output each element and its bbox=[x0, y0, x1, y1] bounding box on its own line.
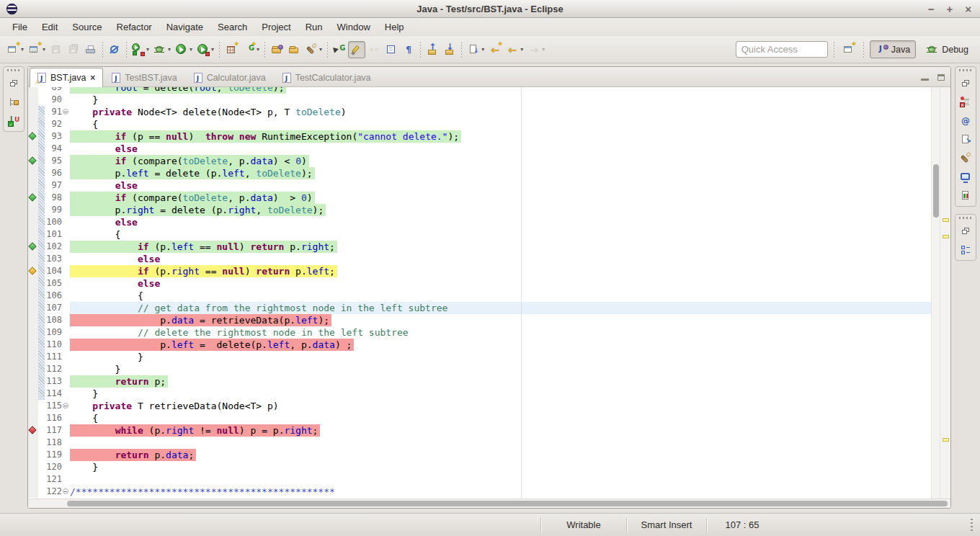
annotation-ruler-cell[interactable] bbox=[28, 106, 38, 118]
back-button[interactable]: ←▾ bbox=[504, 41, 525, 58]
debug-button[interactable]: ▾ bbox=[151, 41, 173, 58]
code-text[interactable]: if (compare(toDelete, p.data) > 0) bbox=[70, 192, 931, 204]
restore-pane-view-button[interactable] bbox=[958, 76, 974, 90]
minimize-editor-button[interactable] bbox=[921, 79, 929, 81]
restore-pane-view-button[interactable] bbox=[958, 224, 974, 238]
new-button[interactable]: ✦▾ bbox=[4, 41, 26, 58]
annotation-ruler-cell[interactable] bbox=[28, 302, 38, 314]
annotation-ruler-cell[interactable] bbox=[28, 412, 38, 424]
code-text[interactable]: return p; bbox=[70, 375, 931, 388]
annotation-ruler-cell[interactable] bbox=[28, 486, 38, 498]
new-dropdown-caret[interactable]: ▾ bbox=[21, 46, 24, 53]
tab-testbst-java[interactable]: TestBST.java bbox=[104, 68, 184, 86]
show-source-button[interactable] bbox=[383, 41, 400, 58]
code-text[interactable]: private Node<T> delete(Node<T> p, T toDe… bbox=[70, 106, 931, 118]
skip-all-breakpoints-button[interactable] bbox=[106, 41, 123, 58]
folding-ruler-cell[interactable] bbox=[62, 87, 70, 94]
console-view-button[interactable] bbox=[958, 170, 974, 184]
code-text[interactable]: p.left = delete (p.left, toDelete); bbox=[70, 167, 931, 179]
annotation-ruler-cell[interactable] bbox=[28, 277, 38, 290]
folding-ruler-cell[interactable] bbox=[62, 155, 70, 167]
overview-coverage-mark[interactable] bbox=[943, 438, 949, 442]
code-text[interactable]: return p.data; bbox=[70, 449, 931, 461]
folding-ruler-cell[interactable] bbox=[62, 216, 70, 228]
last-edit-location-button[interactable]: ←✦ bbox=[486, 41, 504, 58]
horizontal-scrollbar-thumb[interactable] bbox=[67, 501, 948, 506]
collapse-icon[interactable] bbox=[63, 109, 68, 115]
next-annotation-button[interactable]: ↓▾ bbox=[465, 41, 486, 58]
annotation-ruler-cell[interactable] bbox=[28, 314, 38, 326]
show-whitespace-button[interactable]: ¶ bbox=[400, 41, 417, 58]
annotation-ruler-cell[interactable] bbox=[28, 437, 38, 449]
folding-ruler-cell[interactable] bbox=[62, 167, 70, 179]
code-text[interactable]: if (p == null) throw new RuntimeExceptio… bbox=[70, 130, 931, 143]
annotation-ruler-cell[interactable] bbox=[28, 265, 38, 277]
code-text[interactable]: } bbox=[70, 94, 931, 106]
folding-ruler-cell[interactable] bbox=[62, 204, 70, 216]
back-dropdown-caret[interactable]: ▾ bbox=[520, 46, 523, 53]
tab-testcalculator-java[interactable]: TestCalculator.java bbox=[275, 68, 379, 86]
menu-navigate[interactable]: Navigate bbox=[160, 19, 210, 35]
folding-ruler-cell[interactable] bbox=[62, 437, 70, 449]
drag-grip[interactable] bbox=[959, 69, 972, 71]
open-resource-button[interactable] bbox=[285, 41, 303, 58]
open-perspective-button[interactable]: ✦ bbox=[840, 41, 858, 58]
run-dropdown-caret[interactable]: ▾ bbox=[190, 46, 192, 53]
forward-button[interactable]: →▾ bbox=[525, 41, 547, 58]
minimize-button[interactable]: − bbox=[928, 4, 935, 14]
code-text[interactable]: if (p.right == null) return p.left; bbox=[70, 265, 931, 277]
annotation-ruler-cell[interactable] bbox=[28, 228, 38, 241]
annotation-ruler-cell[interactable] bbox=[28, 449, 38, 461]
folding-ruler-cell[interactable] bbox=[62, 375, 70, 388]
save-button[interactable] bbox=[48, 41, 65, 58]
new-java-project-button[interactable]: ✦ bbox=[223, 41, 240, 58]
javadoc-view-button[interactable]: @ bbox=[958, 114, 974, 128]
run-last-launched-button[interactable]: ▾ bbox=[195, 41, 216, 58]
code-text[interactable]: { bbox=[70, 228, 931, 241]
folding-ruler-cell[interactable] bbox=[62, 277, 70, 290]
run-last-launched-dropdown-caret[interactable]: ▾ bbox=[211, 46, 214, 53]
code-text[interactable]: root = delete(root, toDelete); bbox=[70, 87, 931, 94]
debug-dropdown-caret[interactable]: ▾ bbox=[168, 46, 171, 53]
code-text[interactable]: p.data = retrieveData(p.left); bbox=[70, 314, 931, 326]
coverage-dropdown-caret[interactable]: ▾ bbox=[146, 46, 149, 53]
code-text[interactable]: if (compare(toDelete, p.data) < 0) bbox=[70, 155, 931, 167]
menu-window[interactable]: Window bbox=[331, 19, 377, 35]
annotation-ruler-cell[interactable] bbox=[28, 167, 38, 179]
annotation-ruler-cell[interactable] bbox=[28, 192, 38, 204]
annotation-ruler-cell[interactable] bbox=[28, 87, 38, 94]
package-explorer-view-button[interactable] bbox=[6, 95, 22, 109]
folding-ruler-cell[interactable] bbox=[62, 400, 70, 412]
code-text[interactable]: /***************************************… bbox=[70, 486, 931, 498]
code-text[interactable] bbox=[70, 437, 931, 449]
folding-ruler-cell[interactable] bbox=[62, 241, 70, 253]
folding-ruler-cell[interactable] bbox=[62, 473, 70, 486]
folding-ruler-cell[interactable] bbox=[62, 265, 70, 277]
folding-ruler-cell[interactable] bbox=[62, 253, 70, 265]
restore-pane-view-button[interactable] bbox=[6, 76, 22, 90]
drag-grip[interactable] bbox=[7, 69, 20, 71]
annotation-ruler-cell[interactable] bbox=[28, 204, 38, 216]
new-java-dropdown-caret[interactable]: ▾ bbox=[43, 46, 45, 53]
run-button[interactable]: ▾ bbox=[173, 41, 195, 58]
maximize-editor-button[interactable] bbox=[937, 74, 945, 81]
annotation-ruler-cell[interactable] bbox=[28, 94, 38, 106]
tab-bst-java[interactable]: ⚠BST.java× bbox=[30, 68, 103, 87]
coverage-button[interactable]: ▾ bbox=[130, 41, 151, 58]
junit-view-button[interactable]: JU✓ bbox=[6, 114, 22, 128]
folding-ruler-cell[interactable] bbox=[62, 290, 70, 302]
overview-coverage-mark[interactable] bbox=[943, 218, 949, 222]
next-annotation-dropdown-caret[interactable]: ▾ bbox=[481, 46, 484, 53]
new-class-dropdown-caret[interactable]: ▾ bbox=[257, 46, 259, 53]
code-text[interactable]: else bbox=[70, 253, 931, 265]
menu-source[interactable]: Source bbox=[66, 19, 108, 35]
code-text[interactable]: { bbox=[70, 412, 931, 424]
folding-ruler-cell[interactable] bbox=[62, 302, 70, 314]
menu-project[interactable]: Project bbox=[255, 19, 297, 35]
code-text[interactable]: { bbox=[70, 290, 931, 302]
annotation-ruler-cell[interactable] bbox=[28, 461, 38, 473]
folding-ruler-cell[interactable] bbox=[62, 106, 70, 118]
menu-run[interactable]: Run bbox=[299, 19, 329, 35]
menu-search[interactable]: Search bbox=[211, 19, 254, 35]
new-class-button[interactable]: G✦▾ bbox=[240, 41, 262, 58]
